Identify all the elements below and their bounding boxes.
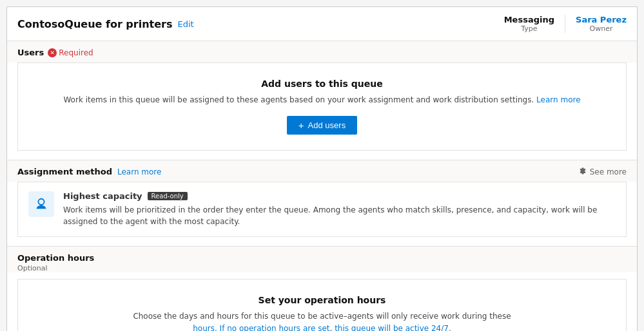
users-section-header: Users ✕ Required xyxy=(7,41,637,62)
owner-label: Owner xyxy=(576,24,627,33)
users-panel-heading: Add users to this queue xyxy=(31,79,613,89)
required-text: Required xyxy=(59,48,93,57)
users-panel-desc: Work items in this queue will be assigne… xyxy=(31,94,613,106)
header-right: Messaging Type Sara Perez Owner xyxy=(504,15,627,33)
operation-desc-line2: hours. If no operation hours are set, th… xyxy=(193,324,451,331)
main-container: ContosoQueue for printers Edit Messaging… xyxy=(6,6,638,331)
see-more-label: See more xyxy=(590,167,627,176)
add-users-button[interactable]: + Add users xyxy=(287,116,357,135)
assignment-description: Work items will be prioritized in the or… xyxy=(63,204,616,227)
owner-link[interactable]: Sara Perez xyxy=(576,15,627,24)
users-learn-more-link[interactable]: Learn more xyxy=(536,95,580,104)
assignment-icon-box xyxy=(28,191,54,217)
operation-section-header: Operation hours Optional xyxy=(7,246,637,272)
users-label: Users xyxy=(17,48,44,57)
page-title: ContosoQueue for printers xyxy=(17,18,172,30)
meta-type-label: Type xyxy=(504,24,554,33)
operation-label: Operation hours xyxy=(17,253,627,263)
add-users-label: Add users xyxy=(308,120,346,130)
assignment-card-title-row: Highest capacity Read-only xyxy=(63,191,616,201)
add-users-plus-icon: + xyxy=(298,120,304,130)
operation-panel-heading: Set your operation hours xyxy=(31,295,613,305)
operation-desc-line1: Choose the days and hours for this queue… xyxy=(133,312,511,321)
operation-panel-desc: Choose the days and hours for this queue… xyxy=(31,310,613,331)
assignment-card: Highest capacity Read-only Work items wi… xyxy=(17,182,627,237)
assignment-card-content: Highest capacity Read-only Work items wi… xyxy=(63,191,616,227)
required-icon: ✕ xyxy=(48,48,57,57)
gear-icon xyxy=(578,167,587,176)
capacity-icon xyxy=(34,197,48,211)
required-badge: ✕ Required xyxy=(48,48,93,57)
assignment-label: Assignment method xyxy=(17,167,112,176)
header-left: ContosoQueue for printers Edit xyxy=(17,18,194,30)
operation-panel: Set your operation hours Choose the days… xyxy=(17,279,627,331)
assignment-learn-more-link[interactable]: Learn more xyxy=(117,167,161,176)
see-more-button[interactable]: See more xyxy=(578,167,627,176)
meta-type-value: Messaging xyxy=(504,15,554,24)
header-meta-owner: Sara Perez Owner xyxy=(565,15,627,33)
users-label-left: Users ✕ Required xyxy=(17,48,93,57)
edit-link[interactable]: Edit xyxy=(177,19,193,29)
users-desc-text: Work items in this queue will be assigne… xyxy=(63,95,534,104)
assignment-section-header: Assignment method Learn more See more xyxy=(7,160,637,182)
operation-optional-text: Optional xyxy=(17,264,627,272)
assignment-label-left: Assignment method Learn more xyxy=(17,167,161,176)
users-panel: Add users to this queue Work items in th… xyxy=(17,62,627,151)
header-meta-type: Messaging Type xyxy=(504,15,565,33)
readonly-badge: Read-only xyxy=(148,192,188,200)
header: ContosoQueue for printers Edit Messaging… xyxy=(7,7,637,41)
assignment-method-name: Highest capacity xyxy=(63,191,142,201)
